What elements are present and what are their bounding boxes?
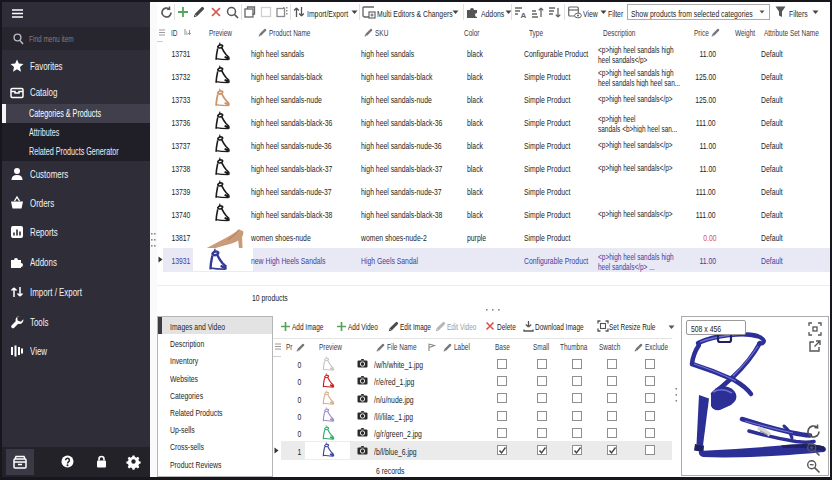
svg-text:A: A bbox=[521, 11, 527, 20]
